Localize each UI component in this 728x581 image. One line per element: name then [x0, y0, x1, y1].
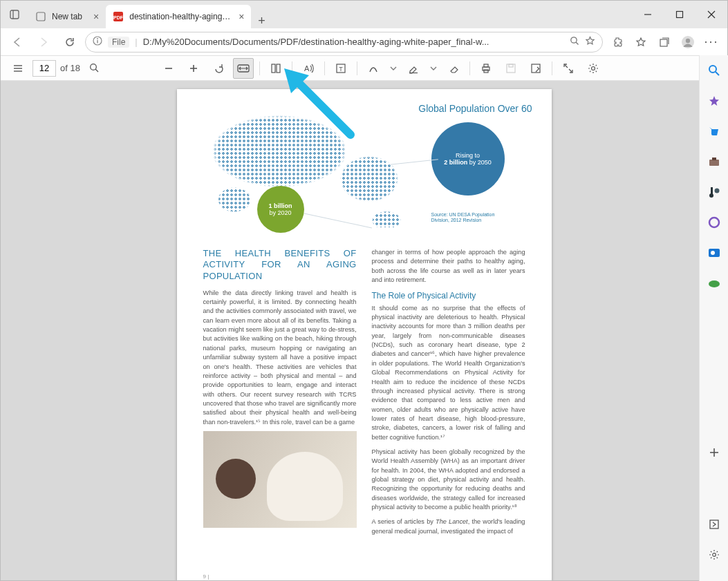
site-info-icon[interactable]: [93, 36, 102, 48]
save-as-icon[interactable]: [525, 58, 546, 79]
svg-rect-35: [507, 64, 515, 73]
settings-icon[interactable]: [583, 58, 604, 79]
copilot-icon[interactable]: [706, 93, 722, 109]
menu-icon[interactable]: ···: [701, 32, 722, 53]
svg-rect-33: [484, 64, 488, 67]
svg-point-55: [712, 553, 716, 557]
titlebar: New tab × PDF destination-healthy-aging-…: [1, 1, 727, 28]
edge-sidebar: [699, 55, 728, 581]
svg-point-16: [686, 38, 690, 42]
tab-pdf[interactable]: PDF destination-healthy-aging-white ×: [106, 5, 251, 28]
svg-rect-44: [712, 158, 716, 160]
print-icon[interactable]: [476, 58, 496, 79]
svg-rect-26: [272, 64, 275, 73]
page-total: of 18: [60, 63, 80, 73]
svg-point-41: [709, 66, 716, 73]
stat-suffix: by 2050: [467, 159, 492, 166]
shopping-icon[interactable]: [706, 123, 722, 140]
source-caption: Source: UN DESA Population Division, 201…: [431, 212, 514, 222]
stat-label: by 2020: [269, 209, 291, 216]
stat-circle-2050: Rising to 2 billion by 2050: [431, 122, 505, 196]
address-bar: File | D:/My%20Documents/Documents/PDF/d…: [1, 28, 727, 56]
svg-line-56: [294, 78, 351, 135]
svg-rect-14: [660, 39, 667, 46]
search-in-page-icon[interactable]: [570, 36, 579, 48]
svg-rect-0: [10, 10, 19, 19]
svg-rect-46: [711, 187, 713, 194]
refresh-button[interactable]: [59, 31, 81, 53]
page-icon: [35, 11, 46, 22]
zoom-out-icon[interactable]: [158, 58, 179, 79]
save-icon[interactable]: [501, 58, 521, 79]
stat-value: 2 billion: [444, 159, 467, 166]
favorites-icon[interactable]: [631, 32, 651, 53]
scheme-chip: File: [108, 37, 129, 48]
rotate-icon[interactable]: [208, 58, 229, 79]
collapse-sidebar-icon[interactable]: [706, 516, 722, 533]
add-app-icon[interactable]: [706, 444, 722, 461]
edge-settings-icon[interactable]: [706, 546, 722, 563]
forward-button: [32, 31, 55, 53]
inline-photo: [203, 431, 357, 528]
profile-icon[interactable]: [678, 32, 698, 53]
svg-point-47: [714, 189, 719, 193]
svg-line-21: [96, 69, 99, 72]
highlight-icon[interactable]: [403, 58, 424, 79]
chevron-down-icon[interactable]: [388, 58, 399, 79]
close-window-button[interactable]: [696, 1, 727, 28]
maximize-button[interactable]: [664, 1, 696, 28]
tab-actions-button[interactable]: [5, 5, 24, 24]
back-button[interactable]: [6, 31, 28, 53]
svg-rect-34: [484, 70, 488, 73]
url-text: D:/My%20Documents/Documents/PDF/destinat…: [143, 37, 489, 47]
new-tab-button[interactable]: +: [251, 14, 272, 28]
right-column: changer in terms of how people approach …: [372, 248, 525, 536]
extensions-icon[interactable]: [607, 32, 628, 53]
body-text: Physical activity has been globally reco…: [372, 448, 525, 512]
two-column-text: THE HEALTH BENEFITS OF ACTIVITY FOR AN A…: [203, 248, 525, 536]
svg-rect-2: [37, 12, 45, 21]
pdf-viewer[interactable]: Global Population Over 60 1 billion by 2…: [1, 81, 727, 580]
draw-icon[interactable]: [363, 58, 384, 79]
zoom-in-icon[interactable]: [183, 58, 204, 79]
page-number: 9 |: [203, 573, 209, 580]
svg-point-40: [592, 66, 595, 70]
left-column: THE HEALTH BENEFITS OF ACTIVITY FOR AN A…: [203, 248, 357, 536]
svg-line-42: [716, 72, 719, 75]
svg-rect-36: [509, 64, 513, 67]
tab-new[interactable]: New tab ×: [28, 5, 106, 28]
search-icon[interactable]: [706, 62, 722, 79]
page-input[interactable]: [32, 60, 56, 77]
svg-text:PDF: PDF: [113, 15, 124, 20]
contents-icon[interactable]: [8, 58, 28, 79]
subsection-heading: The Role of Physical Activity: [372, 290, 525, 302]
fit-width-icon[interactable]: [233, 58, 254, 79]
collections-icon[interactable]: [654, 32, 675, 53]
close-icon[interactable]: ×: [239, 11, 244, 22]
tools-icon[interactable]: [706, 153, 722, 170]
fullscreen-icon[interactable]: [558, 58, 579, 79]
svg-point-11: [97, 38, 98, 39]
svg-rect-6: [677, 12, 683, 18]
outlook-icon[interactable]: [706, 245, 722, 261]
toolbar-actions: ···: [607, 32, 722, 53]
browser-window: New tab × PDF destination-healthy-aging-…: [0, 0, 728, 581]
svg-point-48: [709, 218, 719, 227]
section-heading: THE HEALTH BENEFITS OF ACTIVITY FOR AN A…: [203, 248, 357, 282]
find-icon[interactable]: [84, 58, 105, 79]
url-box[interactable]: File | D:/My%20Documents/Documents/PDF/d…: [85, 32, 603, 53]
erase-icon[interactable]: [443, 58, 464, 79]
onedrive-icon[interactable]: [706, 275, 722, 292]
pdf-icon: PDF: [113, 11, 124, 22]
pdf-page: Global Population Over 60 1 billion by 2…: [177, 89, 552, 580]
favorite-icon[interactable]: [585, 36, 595, 48]
games-icon[interactable]: [706, 184, 722, 200]
svg-point-20: [91, 64, 97, 70]
body-text: It should come as no surprise that the e…: [372, 304, 525, 442]
window-controls: [632, 1, 727, 28]
minimize-button[interactable]: [632, 1, 664, 28]
chevron-down-icon[interactable]: [428, 58, 439, 79]
svg-rect-43: [709, 160, 719, 166]
close-icon[interactable]: ×: [93, 11, 99, 22]
office-icon[interactable]: [706, 214, 722, 231]
